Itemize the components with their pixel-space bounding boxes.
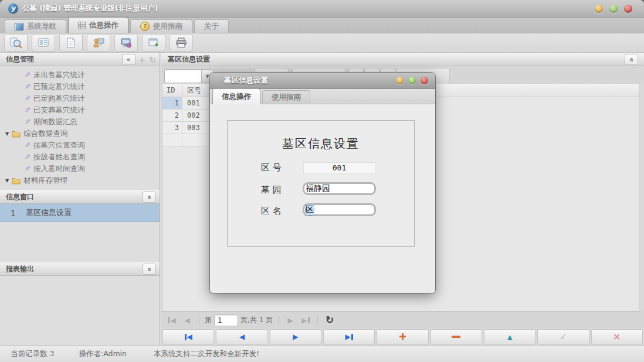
tree-item-reserved-stats[interactable]: ✎已预定墓穴统计 — [0, 81, 160, 93]
tree-folder-综合数据查询[interactable]: ▼综合数据查询 — [0, 128, 160, 139]
tree-item-query-by-location[interactable]: ✎按墓穴位置查询 — [0, 139, 160, 151]
column-header-id[interactable]: ID — [162, 84, 182, 97]
check-icon: ✓ — [560, 332, 567, 342]
dialog-body: 墓区信息设置 区 号 001 墓 园 区 名 区 增加 ◀ ◀ ▶ ▶ ▲ ✓ … — [210, 104, 435, 293]
next-page-button[interactable]: ▶ — [284, 314, 297, 327]
panel-title: 信息管理 — [6, 54, 34, 64]
next-record-button[interactable]: ▶ — [270, 329, 321, 344]
last-page-button[interactable]: ▶ — [299, 314, 312, 327]
page-input[interactable] — [214, 315, 238, 326]
dialog-tab-user-guide[interactable]: 使用指南 — [262, 90, 310, 104]
expand-triangle-icon[interactable]: ▼ — [5, 131, 9, 136]
tab-info-operation[interactable]: 信息操作 — [68, 17, 128, 33]
add-icon[interactable]: + — [139, 55, 146, 64]
chevron-up-icon: « — [145, 195, 153, 200]
tree-label: 按入墓时间查询 — [33, 164, 85, 174]
tree-label: 综合数据查询 — [23, 129, 67, 139]
code-field-readonly: 001 — [303, 162, 375, 173]
wand-icon: ✎ — [25, 107, 30, 114]
cell-empty — [182, 134, 212, 146]
first-page-button[interactable]: ◀ — [165, 314, 178, 327]
field-label-name: 区 名 — [261, 206, 282, 217]
wand-icon: ✎ — [25, 118, 30, 125]
tab-label: 使用指南 — [272, 93, 301, 103]
refresh-button[interactable]: ↻ — [323, 314, 336, 327]
name-input[interactable]: 区 — [303, 203, 376, 216]
cell-empty — [162, 134, 182, 146]
tree-label: 按墓穴位置查询 — [33, 141, 85, 151]
tab-label: 关于 — [204, 22, 219, 32]
dialog-tabbar: 信息操作 使用指南 — [210, 89, 435, 104]
form-list-button[interactable] — [32, 34, 55, 52]
tab-about[interactable]: 关于 — [194, 19, 229, 33]
tree-label: 已安葬墓穴统计 — [33, 105, 85, 115]
expand-triangle-icon[interactable]: ▼ — [5, 178, 9, 183]
form-list-icon — [37, 37, 50, 49]
tab-label: 系统导航 — [27, 22, 56, 32]
search-button[interactable] — [4, 34, 28, 52]
tab-system-nav[interactable]: 系统导航 — [5, 19, 66, 33]
print-button[interactable] — [170, 34, 193, 52]
maximize-button[interactable] — [609, 5, 618, 13]
tab-label: 信息操作 — [89, 21, 118, 30]
last-record-button[interactable]: ▶ — [323, 329, 375, 344]
tree-item-buried-stats[interactable]: ✎已安葬墓穴统计 — [0, 104, 160, 116]
document-button[interactable] — [59, 34, 83, 52]
monitor-button[interactable] — [114, 34, 138, 52]
user-task-button[interactable] — [87, 34, 110, 52]
cell-code: 002 — [182, 110, 212, 122]
dialog-maximize-button[interactable] — [408, 77, 416, 84]
search-icon — [9, 37, 22, 49]
prev-page-button[interactable]: ◀ — [181, 314, 194, 327]
park-input[interactable] — [303, 182, 376, 195]
new-window-button[interactable] — [142, 34, 165, 52]
tab-label: 使用指南 — [153, 22, 182, 32]
folder-icon — [12, 177, 21, 185]
tree-item-query-by-time[interactable]: ✎按入墓时间查询 — [0, 163, 160, 175]
tree-item-ordered-stats[interactable]: ✎已定购墓穴统计 — [0, 93, 160, 104]
dialog-close-button[interactable] — [421, 77, 428, 84]
collapse-panel-button[interactable]: « — [143, 264, 156, 275]
tree-item-period-summary[interactable]: ✎期间数据汇总 — [0, 116, 160, 128]
tree-item-unsold-stats[interactable]: ✎未出售墓穴统计 — [0, 69, 160, 81]
filter-combobox[interactable]: ▼ — [164, 69, 213, 83]
edit-record-button[interactable]: ▲ — [484, 329, 535, 344]
chevron-up-icon: « — [627, 57, 635, 62]
pagination-bar: ◀ ◀ 第 页,共 1 页 ▶ ▶ ↻ — [161, 312, 644, 328]
combo-value[interactable] — [165, 70, 201, 83]
tree-label: 已预定墓穴统计 — [33, 82, 85, 92]
minimize-button[interactable] — [595, 5, 603, 13]
document-icon — [65, 37, 77, 49]
prev-record-button[interactable]: ◀ — [216, 329, 267, 344]
insert-record-button[interactable]: ✚ — [377, 329, 428, 344]
column-header-code[interactable]: 区号 — [182, 84, 212, 97]
tree-item-query-by-name[interactable]: ✎按故者姓名查询 — [0, 151, 160, 163]
printer-icon — [175, 37, 188, 49]
record-nav-toolbar: ◀ ◀ ▶ ▶ ✚ ▲ ✓ × — [161, 329, 643, 344]
dialog-tab-info-operation[interactable]: 信息操作 — [212, 88, 260, 104]
collapse-panel-button[interactable]: « — [143, 192, 156, 203]
info-window-item[interactable]: 1 墓区信息设置 — [0, 204, 160, 222]
titlebar: y 公墓 (陵园) 管理系统专业版(非注册用户) — [0, 0, 644, 18]
delete-record-button[interactable] — [431, 329, 482, 344]
tree-label: 已定购墓穴统计 — [33, 94, 85, 104]
tree-folder-材料库存管理[interactable]: ▼材料库存管理 — [0, 175, 160, 186]
field-label-code: 区 号 — [261, 162, 282, 173]
main-toolbar — [0, 33, 644, 53]
tab-user-guide[interactable]: ? 使用指南 — [130, 19, 192, 33]
first-record-button[interactable]: ◀ — [162, 329, 214, 344]
refresh-icon[interactable]: ↻ — [149, 55, 156, 64]
close-button[interactable] — [624, 5, 632, 13]
dialog-title: 墓区信息设置 — [224, 76, 268, 86]
app-window: y 公墓 (陵园) 管理系统专业版(非注册用户) 系统导航 信息操作 ? 使用指… — [0, 0, 644, 362]
dialog-minimize-button[interactable] — [396, 77, 404, 84]
post-record-button[interactable]: ✓ — [537, 329, 589, 344]
collapse-sidebar-button[interactable]: « — [122, 54, 135, 65]
tree-label: 按故者姓名查询 — [33, 152, 85, 162]
selected-text: 区 — [306, 204, 314, 215]
collapse-panel-button[interactable]: « — [625, 54, 638, 65]
window-controls — [595, 5, 636, 13]
cancel-record-button[interactable]: × — [591, 329, 643, 344]
dialog-titlebar[interactable]: 墓区信息设置 — [210, 73, 435, 89]
item-number: 1 — [0, 209, 26, 217]
